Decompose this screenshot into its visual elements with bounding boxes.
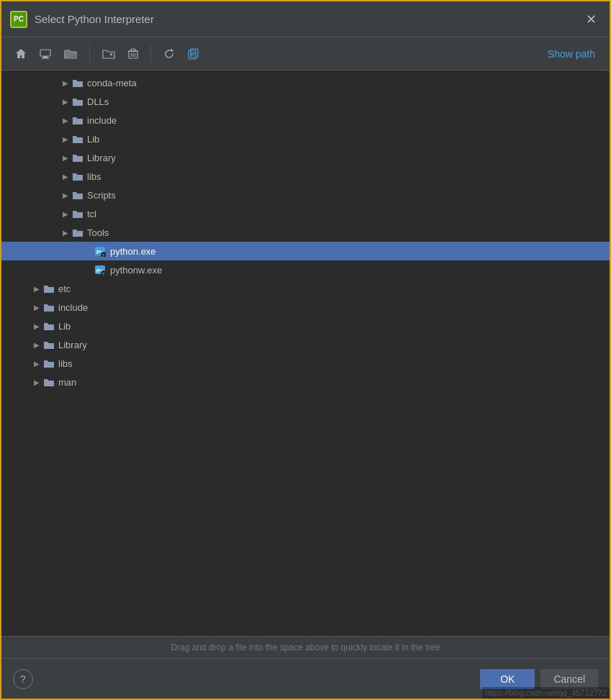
- expand-arrow: ▶: [59, 229, 72, 237]
- folder-icon: [43, 302, 55, 312]
- folder-icon: [72, 171, 83, 181]
- python-file-icon: Py ?: [94, 245, 107, 257]
- delete-btn[interactable]: [123, 45, 143, 63]
- expand-arrow: ▶: [30, 360, 43, 368]
- computer-btn[interactable]: [35, 45, 56, 63]
- item-label: Lib: [58, 321, 71, 332]
- svg-text:?: ?: [102, 272, 105, 276]
- svg-text:+: +: [109, 51, 113, 58]
- item-label: Tools: [87, 227, 109, 238]
- folder-icon: [72, 96, 83, 106]
- list-item[interactable]: ▶ Lib: [1, 317, 610, 335]
- folder-icon: [43, 321, 55, 331]
- refresh-btn[interactable]: [158, 45, 180, 63]
- drag-hint-text: Drag and drop a file into the space abov…: [171, 642, 440, 653]
- folder-icon: [72, 209, 83, 219]
- list-item[interactable]: ▶ Library: [1, 335, 610, 354]
- item-label: include: [58, 302, 88, 313]
- delete-icon: [128, 48, 138, 60]
- list-item[interactable]: ▶ include: [1, 111, 610, 129]
- expand-arrow: ▶: [59, 154, 72, 162]
- item-label: etc: [58, 283, 71, 294]
- svg-text:?: ?: [102, 253, 105, 257]
- folder-icon: [43, 340, 55, 350]
- item-label: Library: [58, 340, 87, 350]
- copy-path-icon: [188, 48, 199, 60]
- folder-icon: [43, 283, 55, 294]
- refresh-icon: [163, 48, 175, 60]
- home-icon: [15, 48, 27, 60]
- expand-arrow: ▶: [59, 191, 72, 199]
- expand-arrow: ▶: [30, 322, 43, 330]
- expand-arrow: ▶: [30, 341, 43, 349]
- expand-arrow: ▶: [59, 79, 72, 87]
- svg-rect-0: [40, 50, 50, 56]
- close-button[interactable]: ✕: [581, 10, 601, 29]
- folder-icon: [72, 153, 83, 163]
- item-label: python.exe: [110, 246, 156, 257]
- expand-arrow: ▶: [59, 135, 72, 143]
- folder-icon: [43, 377, 55, 387]
- file-tree[interactable]: ▶ conda-meta ▶ DLLs ▶ include: [1, 71, 610, 636]
- computer-icon: [40, 48, 51, 60]
- drag-hint: Drag and drop a file into the space abov…: [1, 636, 610, 658]
- expand-arrow: ▶: [59, 173, 72, 181]
- list-item[interactable]: ▶ etc: [1, 279, 610, 298]
- expand-arrow: ▶: [30, 378, 43, 386]
- item-label: DLLs: [87, 96, 109, 107]
- expand-arrow: ▶: [30, 304, 43, 312]
- item-label: libs: [58, 358, 73, 369]
- list-item[interactable]: ▶ man: [1, 373, 610, 391]
- item-label: conda-meta: [87, 78, 137, 88]
- show-path-button[interactable]: Show path: [542, 45, 601, 63]
- ok-button[interactable]: OK: [480, 669, 535, 689]
- item-label: Library: [87, 153, 116, 163]
- list-item[interactable]: ▶ include: [1, 298, 610, 317]
- folder-icon: [72, 115, 83, 125]
- item-label: Lib: [87, 134, 99, 145]
- new-folder-btn[interactable]: +: [97, 45, 120, 63]
- list-item[interactable]: ▶ libs: [1, 354, 610, 373]
- expand-arrow: ▶: [59, 210, 72, 218]
- expand-arrow: ▶: [59, 98, 72, 106]
- help-button[interactable]: ?: [13, 669, 33, 689]
- list-item[interactable]: ▶ conda-meta: [1, 73, 610, 92]
- home-btn[interactable]: [10, 45, 32, 63]
- item-label: include: [87, 115, 117, 126]
- folder-open-btn[interactable]: [59, 45, 82, 63]
- item-label: pythonw.exe: [110, 265, 162, 276]
- list-item[interactable]: ▶ Lib: [1, 129, 610, 148]
- list-item[interactable]: ▶ Tools: [1, 223, 610, 242]
- toolbar: +: [1, 37, 610, 71]
- cancel-button[interactable]: Cancel: [540, 669, 598, 689]
- copy-path-btn[interactable]: [183, 45, 204, 63]
- item-label: tcl: [87, 209, 96, 219]
- title-bar: PC Select Python Interpreter ✕: [1, 1, 610, 37]
- dialog-title: Select Python Interpreter: [35, 13, 154, 25]
- svg-rect-1: [43, 56, 47, 58]
- action-buttons: OK Cancel: [480, 669, 598, 689]
- dialog: PC Select Python Interpreter ✕: [0, 0, 611, 700]
- list-item[interactable]: ▶ Py ? python.exe: [1, 242, 610, 260]
- list-item[interactable]: ▶ Scripts: [1, 186, 610, 204]
- expand-arrow: ▶: [59, 117, 72, 124]
- item-label: man: [58, 377, 76, 388]
- item-label: libs: [87, 171, 101, 182]
- list-item[interactable]: ▶ Py ? pythonw.exe: [1, 260, 610, 279]
- item-label: Scripts: [87, 190, 116, 201]
- list-item[interactable]: ▶ libs: [1, 167, 610, 186]
- svg-rect-2: [42, 58, 49, 59]
- list-item[interactable]: ▶ DLLs: [1, 92, 610, 111]
- new-folder-icon: +: [102, 48, 115, 60]
- list-item[interactable]: ▶ tcl: [1, 204, 610, 223]
- folder-icon: [43, 358, 55, 368]
- list-item[interactable]: ▶ Library: [1, 148, 610, 167]
- watermark: https://blog.csdn.net/qq_45712772: [482, 687, 610, 699]
- folder-icon: [72, 78, 83, 88]
- python-file-icon: Py ?: [94, 264, 107, 276]
- folder-icon: [72, 227, 83, 237]
- app-icon: PC: [10, 11, 27, 28]
- title-bar-left: PC Select Python Interpreter: [10, 11, 154, 28]
- separator-2: [150, 45, 151, 63]
- separator-1: [89, 45, 90, 63]
